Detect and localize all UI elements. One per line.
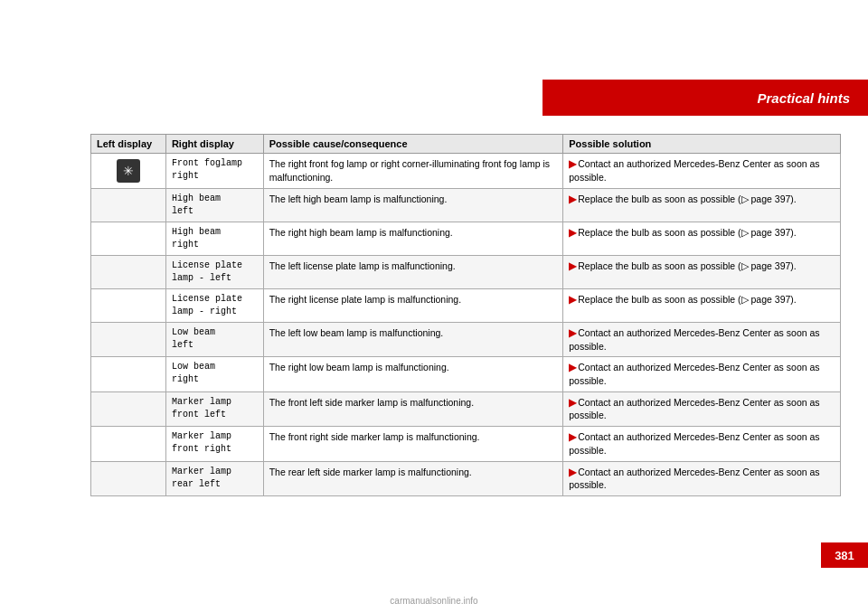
foglamp-icon: ✳ (117, 159, 140, 183)
cell-cause: The front left side marker lamp is malfu… (263, 391, 563, 426)
bullet-icon: ▶ (569, 227, 576, 238)
bullet-icon: ▶ (569, 327, 576, 338)
data-table: Left display Right display Possible caus… (90, 134, 841, 496)
bullet-icon: ▶ (569, 431, 576, 442)
table-row: Low beam rightThe right low beam lamp is… (91, 357, 841, 391)
table-header-row: Left display Right display Possible caus… (91, 135, 841, 154)
cell-left-display (91, 289, 166, 323)
cell-solution: ▶Contact an authorized Mercedes-Benz Cen… (563, 427, 841, 461)
cell-solution: ▶Contact an authorized Mercedes-Benz Cen… (563, 154, 841, 189)
cell-cause: The right high beam lamp is malfunctioni… (263, 222, 563, 256)
cell-right-display: High beam right (165, 222, 263, 256)
col-header-right-display: Right display (165, 135, 263, 154)
cell-cause: The rear left side marker lamp is malfun… (263, 461, 563, 495)
cell-left-display (91, 391, 166, 426)
bullet-icon: ▶ (569, 467, 576, 477)
cell-solution: ▶Replace the bulb as soon as possible (▷… (563, 222, 841, 256)
table-row: License plate lamp - rightThe right lice… (91, 289, 841, 323)
cell-left-display (91, 222, 166, 256)
cell-solution: ▶Replace the bulb as soon as possible (▷… (563, 189, 841, 222)
cell-solution: ▶Contact an authorized Mercedes-Benz Cen… (563, 357, 841, 391)
cell-solution: ▶Contact an authorized Mercedes-Benz Cen… (563, 323, 841, 357)
cell-cause: The right license plate lamp is malfunct… (263, 289, 563, 323)
cell-left-display (91, 461, 166, 495)
cell-right-display: High beam left (165, 189, 263, 222)
main-table-container: Left display Right display Possible caus… (90, 134, 841, 532)
cell-left-display (91, 256, 166, 289)
col-header-left-display: Left display (91, 135, 166, 154)
cell-right-display: Marker lamp rear left (165, 461, 263, 495)
cell-cause: The left high beam lamp is malfunctionin… (263, 189, 563, 222)
cell-right-display: Low beam left (165, 323, 263, 357)
cell-left-display (91, 189, 166, 222)
page-number-badge: 381 (821, 542, 868, 568)
cell-left-display (91, 427, 166, 461)
cell-right-display: Low beam right (165, 357, 263, 391)
cell-right-display: Marker lamp front right (165, 427, 263, 461)
table-row: High beam rightThe right high beam lamp … (91, 222, 841, 256)
table-row: Marker lamp front leftThe front left sid… (91, 391, 841, 426)
cell-cause: The right low beam lamp is malfunctionin… (263, 357, 563, 391)
bullet-icon: ▶ (569, 397, 576, 408)
table-row: Marker lamp front rightThe front right s… (91, 427, 841, 461)
bullet-icon: ▶ (569, 193, 576, 204)
table-row: ✳Front foglamp rightThe right front fog … (91, 154, 841, 189)
bullet-icon: ▶ (569, 158, 576, 169)
cell-left-display (91, 357, 166, 391)
table-row: Marker lamp rear leftThe rear left side … (91, 461, 841, 495)
cell-cause: The right front fog lamp or right corner… (263, 154, 563, 189)
cell-solution: ▶Contact an authorized Mercedes-Benz Cen… (563, 391, 841, 426)
bullet-icon: ▶ (569, 260, 576, 271)
col-header-cause: Possible cause/consequence (263, 135, 563, 154)
cell-solution: ▶Replace the bulb as soon as possible (▷… (563, 289, 841, 323)
cell-cause: The left license plate lamp is malfuncti… (263, 256, 563, 289)
table-row: Low beam leftThe left low beam lamp is m… (91, 323, 841, 357)
cell-solution: ▶Replace the bulb as soon as possible (▷… (563, 256, 841, 289)
cell-left-display: ✳ (91, 154, 166, 189)
col-header-solution: Possible solution (563, 135, 841, 154)
cell-solution: ▶Contact an authorized Mercedes-Benz Cen… (563, 461, 841, 495)
table-row: License plate lamp - leftThe left licens… (91, 256, 841, 289)
bullet-icon: ▶ (569, 294, 576, 305)
bullet-icon: ▶ (569, 362, 576, 373)
cell-right-display: License plate lamp - left (165, 256, 263, 289)
cell-cause: The front right side marker lamp is malf… (263, 427, 563, 461)
cell-right-display: Marker lamp front left (165, 391, 263, 426)
cell-right-display: License plate lamp - right (165, 289, 263, 323)
header-bar: Practical hints (542, 80, 868, 116)
cell-right-display: Front foglamp right (165, 154, 263, 189)
cell-cause: The left low beam lamp is malfunctioning… (263, 323, 563, 357)
table-row: High beam leftThe left high beam lamp is… (91, 189, 841, 222)
cell-left-display (91, 323, 166, 357)
page-title: Practical hints (757, 90, 850, 106)
watermark: carmanualsonline.info (390, 596, 477, 606)
